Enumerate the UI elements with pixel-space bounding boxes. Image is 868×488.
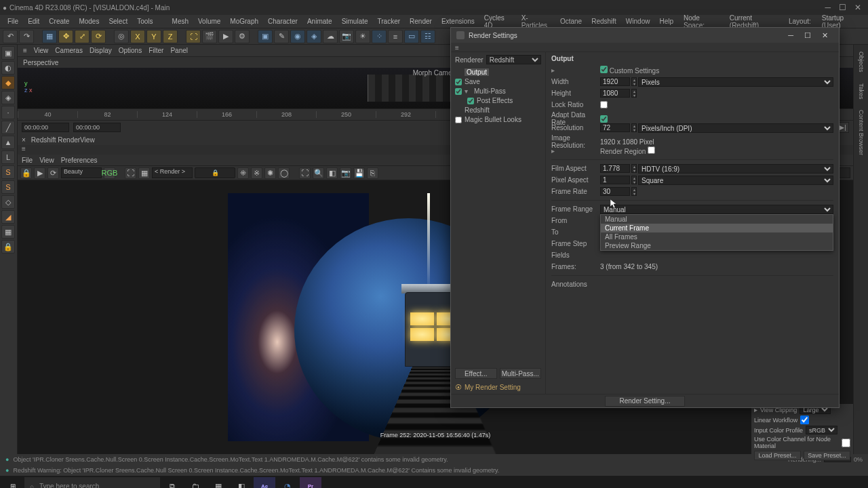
rv-snap1-icon[interactable]: ⁜ [237, 167, 249, 179]
tab-content-browser[interactable]: Content Browser [858, 107, 865, 158]
opt-current-frame[interactable]: Current Frame [601, 224, 833, 232]
cinema4d-icon[interactable]: ◔ [277, 477, 298, 488]
vp-view[interactable]: View [34, 47, 49, 54]
framerate-input[interactable] [600, 187, 630, 196]
menu-extensions[interactable]: Extensions [437, 18, 479, 25]
mograph-tool[interactable]: ⁘ [372, 30, 387, 43]
move-tool[interactable]: ✥ [58, 30, 73, 43]
opt-manual[interactable]: Manual [601, 215, 833, 224]
generator-tool[interactable]: ◉ [290, 30, 305, 43]
effect-button[interactable]: Effect... [455, 368, 497, 379]
time-start[interactable]: 00:00:00 [22, 123, 69, 132]
scale-tool[interactable]: ⤢ [75, 30, 90, 43]
rotate-tool[interactable]: ⟳ [91, 30, 106, 43]
opt-preview-range[interactable]: Preview Range [601, 241, 833, 250]
menu-select[interactable]: Select [104, 18, 132, 25]
renderview-close-icon[interactable]: × [22, 136, 26, 144]
rs-minimize-button[interactable]: ─ [783, 31, 799, 39]
resolution-unit-select[interactable]: Pixels/Inch (DPI) [638, 123, 833, 133]
z-lock[interactable]: Z [163, 30, 178, 43]
menu-redshift[interactable]: Redshift [587, 18, 621, 25]
rv-lock-icon[interactable]: 🔒 [20, 167, 32, 179]
cube-primitive[interactable]: ▣ [258, 30, 273, 43]
filmaspect-stepper[interactable]: ▴▾ [631, 164, 637, 173]
renderregion-checkbox[interactable] [648, 146, 655, 154]
opt-all-frames[interactable]: All Frames [601, 232, 833, 241]
deformer-tool[interactable]: ◈ [307, 30, 321, 43]
resolution-stepper[interactable]: ▴▾ [631, 123, 637, 132]
rv-circle-icon[interactable]: ◯ [278, 167, 290, 179]
rs-menu-icon[interactable] [455, 44, 463, 52]
rs-titlebar[interactable]: Render Settings ─ ☐ ✕ [451, 28, 839, 43]
workplane-mode[interactable]: ◇ [1, 195, 15, 209]
menu-file[interactable]: File [3, 18, 23, 25]
height-input[interactable] [600, 89, 630, 98]
tree-posteffects[interactable]: Post Effects [455, 96, 541, 105]
rv-save-icon[interactable]: 💾 [353, 167, 365, 179]
polygon-mode[interactable]: ▲ [1, 136, 15, 149]
model-mode[interactable]: ▣ [1, 46, 15, 60]
rv-prefs[interactable]: Preferences [61, 157, 98, 164]
pixelaspect-input[interactable] [600, 176, 630, 184]
menu-simulate[interactable]: Simulate [337, 18, 373, 25]
rv-preset-select[interactable]: Beauty [61, 167, 102, 178]
menu-octane[interactable]: Octane [555, 18, 587, 25]
magicbullet-checkbox[interactable] [455, 117, 462, 123]
last-tool[interactable]: ◎ [114, 30, 129, 43]
custom-settings-checkbox[interactable] [600, 66, 608, 73]
tree-output[interactable]: Output [455, 68, 541, 77]
vp-display[interactable]: Display [90, 47, 112, 54]
use-color-channel-checkbox[interactable] [842, 439, 850, 447]
hamburger-icon[interactable]: ≡ [23, 47, 27, 54]
maximize-button[interactable]: ☐ [839, 3, 846, 12]
object-mode[interactable]: ◆ [1, 76, 15, 89]
my-render-setting[interactable]: My Render Setting [455, 384, 541, 391]
x-lock[interactable]: X [130, 30, 145, 43]
rv-copy-icon[interactable]: ⎘ [367, 167, 378, 179]
light-tool[interactable]: ☀ [355, 30, 370, 43]
volume-tool[interactable]: ☷ [420, 30, 435, 43]
locked-mode[interactable]: 🔒 [1, 240, 15, 253]
rv-region-icon[interactable]: ⛶ [125, 167, 136, 179]
framerate-stepper[interactable]: ▴▾ [631, 187, 637, 196]
rs-maximize-button[interactable]: ☐ [799, 31, 816, 40]
resolution-input[interactable] [600, 123, 630, 132]
app-icon-2[interactable]: ◧ [231, 477, 252, 488]
rv-bucket-icon[interactable]: ▦ [138, 167, 150, 179]
menu-render[interactable]: Render [405, 18, 437, 25]
multipass-checkbox[interactable] [455, 88, 462, 95]
edge-mode[interactable]: ╱ [1, 121, 15, 134]
select-tool[interactable]: ▦ [42, 30, 57, 43]
lockratio-checkbox[interactable] [600, 101, 608, 108]
width-unit-select[interactable]: Pixels [638, 77, 833, 87]
tree-magicbullet[interactable]: Magic Bullet Looks [455, 115, 541, 124]
render-picture[interactable]: 🎬 [202, 30, 217, 43]
pixelaspect-select[interactable]: Square [638, 176, 833, 185]
tree-save[interactable]: Save [455, 77, 541, 86]
height-stepper[interactable]: ▴▾ [631, 89, 637, 98]
taskview-icon[interactable]: ⧉ [161, 477, 183, 488]
taskbar-search[interactable]: ⌕ Type here to search [24, 477, 160, 488]
adaptrate-checkbox[interactable] [600, 115, 608, 123]
menu-modes[interactable]: Modes [74, 18, 104, 25]
render-region-tool[interactable]: ▶ [218, 30, 233, 43]
rv-zoom-icon[interactable]: 🔍 [313, 167, 324, 179]
app-icon-1[interactable]: ▦ [208, 477, 229, 488]
tab-objects[interactable]: Objects [858, 49, 865, 75]
renderer-select[interactable]: Redshift [486, 55, 541, 64]
environment-tool[interactable]: ☁ [323, 30, 338, 43]
point-mode[interactable]: · [1, 106, 15, 119]
menu-edit[interactable]: Edit [23, 18, 44, 25]
enable-axis[interactable]: S [1, 165, 15, 179]
camera-tool[interactable]: 📷 [339, 30, 354, 43]
menu-tracker[interactable]: Tracker [373, 18, 406, 25]
render-settings-button[interactable]: ⚙ [235, 30, 250, 43]
field-tool[interactable]: ≡ [388, 30, 403, 43]
menu-volume[interactable]: Volume [193, 18, 225, 25]
menu-animate[interactable]: Animate [302, 18, 337, 25]
explorer-icon[interactable]: 🗀 [184, 477, 206, 488]
filmaspect-input[interactable] [600, 164, 630, 173]
rv-file[interactable]: File [22, 157, 33, 164]
custom-expand-icon[interactable]: ▸ [551, 66, 558, 74]
input-color-profile-select[interactable]: sRGB [806, 426, 837, 434]
